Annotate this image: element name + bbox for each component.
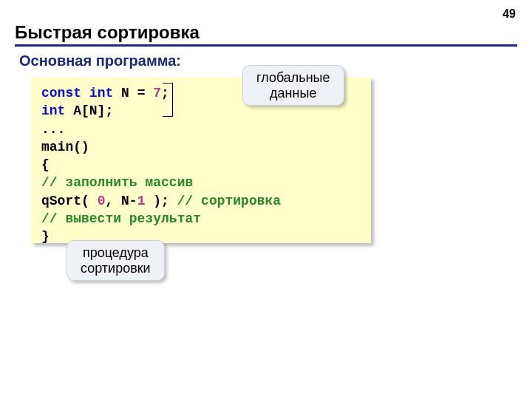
number-literal: 7 [145,86,161,100]
code-text: , N- [105,194,137,208]
callout-line: сортировки [81,261,151,276]
keyword: int [89,86,113,100]
code-text: ); [145,194,177,208]
code-line: // вывести результат [41,210,361,228]
code-line: ... [41,120,361,138]
keyword: const [41,86,81,100]
number-literal: 1 [137,194,146,208]
code-line: // заполнить массив [41,174,361,191]
code-text: = [137,86,146,100]
code-text: A[N]; [65,103,113,118]
keyword: int [41,103,65,118]
callout-global-data: глобальные данные [242,65,344,106]
callout-line: глобальные [256,70,330,86]
title-rule: Быстрая сортировка [15,22,517,47]
comment: // вывести результат [41,211,201,226]
callout-line: процедура [81,245,151,261]
code-text: N [113,86,137,100]
code-line: { [41,156,361,174]
number-literal: 0 [98,194,106,208]
comment: // заполнить массив [41,175,193,190]
code-text: qSort( [41,194,98,208]
page-title: Быстрая сортировка [15,22,517,43]
code-line: qSort( 0, N-1 ); // сортировка [41,192,361,210]
callout-sort-procedure: процедура сортировки [66,240,165,281]
code-line: main() [41,138,361,156]
bracket-icon [163,83,173,117]
page-number: 49 [502,7,516,21]
comment: // сортировка [177,194,281,208]
callout-line: данные [256,86,330,101]
